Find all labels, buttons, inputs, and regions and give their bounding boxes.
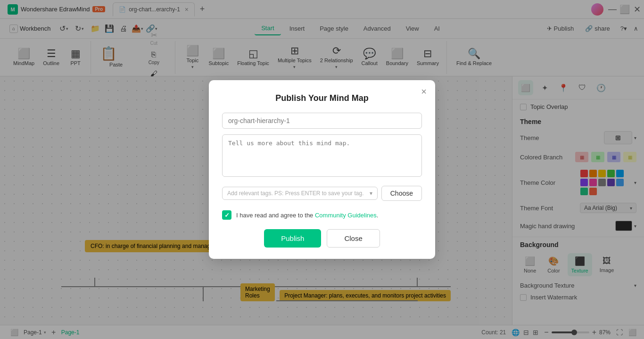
choose-btn[interactable]: Choose	[381, 186, 422, 201]
modal-description-input[interactable]	[222, 134, 422, 177]
tags-dropdown-arrow: ▾	[370, 190, 372, 197]
modal-name-input[interactable]	[222, 113, 422, 129]
community-guidelines-link[interactable]: Community Guidelines	[315, 212, 377, 219]
agree-text-before: I have read and agree to the	[236, 212, 313, 219]
modal-close-action-btn[interactable]: Close	[327, 229, 380, 248]
modal-agree-row: ✓ I have read and agree to the Community…	[222, 210, 422, 220]
modal-publish-btn[interactable]: Publish	[264, 229, 321, 248]
publish-modal: Publish Your Mind Map × Add relevant tag…	[209, 80, 435, 259]
tags-placeholder: Add relevant tags. PS: Press ENTER to sa…	[227, 190, 363, 197]
agree-period: .	[377, 212, 379, 219]
checkmark-icon: ✓	[224, 212, 230, 219]
tags-input[interactable]: Add relevant tags. PS: Press ENTER to sa…	[222, 187, 378, 200]
modal-close-btn[interactable]: ×	[421, 87, 427, 96]
modal-actions: Publish Close	[222, 229, 422, 248]
modal-tags-row: Add relevant tags. PS: Press ENTER to sa…	[222, 186, 422, 201]
modal-title: Publish Your Mind Map	[222, 93, 422, 103]
modal-overlay[interactable]: Publish Your Mind Map × Add relevant tag…	[0, 0, 644, 339]
agree-text: I have read and agree to the Community G…	[236, 212, 378, 219]
agree-checkbox[interactable]: ✓	[222, 210, 231, 220]
